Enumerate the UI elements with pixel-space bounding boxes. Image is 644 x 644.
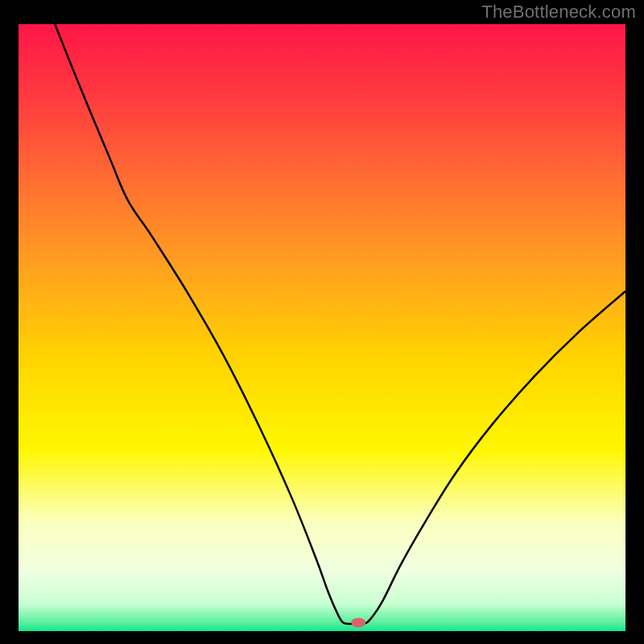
bottleneck-chart bbox=[0, 0, 644, 644]
plot-background bbox=[19, 24, 625, 631]
watermark-label: TheBottleneck.com bbox=[481, 2, 636, 23]
chart-frame: TheBottleneck.com bbox=[0, 0, 644, 644]
optimum-marker bbox=[351, 617, 365, 627]
